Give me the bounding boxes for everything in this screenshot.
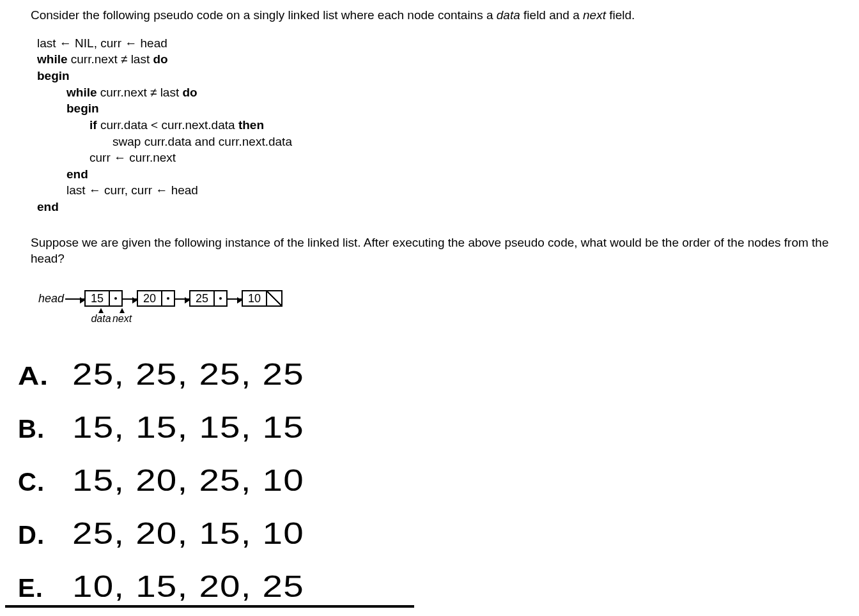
node-data: 20	[138, 291, 162, 305]
list-node: 15	[84, 290, 123, 307]
answer-options: A. 25, 25, 25, 25 B. 15, 15, 15, 15 C. 1…	[18, 357, 849, 608]
pseudo-code-block: last ← NIL, curr ← head while curr.next …	[37, 35, 849, 215]
head-label: head	[38, 292, 64, 305]
question-page: Consider the following pseudo code on a …	[0, 0, 849, 608]
bottom-rule	[5, 605, 414, 608]
keyword-if: if	[89, 118, 97, 132]
intro-next-word: next	[583, 8, 606, 22]
answer-label: A.	[18, 362, 81, 390]
list-node: 20	[137, 290, 175, 307]
intro-text-2: field and a	[520, 8, 583, 22]
answer-text: 15, 20, 25, 10	[72, 463, 304, 498]
pointer-dot-icon	[167, 297, 169, 300]
pointer-dot-icon	[114, 297, 117, 300]
pseudo-line: while curr.next ≠ last do	[37, 84, 849, 101]
keyword-begin: begin	[66, 102, 99, 115]
next-field-label: next	[115, 308, 129, 325]
keyword-end: end	[37, 200, 59, 213]
data-field-label: data	[89, 308, 112, 325]
keyword-end: end	[66, 167, 88, 181]
question-text: Suppose we are given the following insta…	[31, 235, 849, 267]
label-text: data	[91, 313, 111, 325]
intro-data-word: data	[497, 8, 520, 22]
answer-option-e[interactable]: E. 10, 15, 20, 25	[18, 569, 849, 604]
answer-option-b[interactable]: B. 15, 15, 15, 15	[18, 410, 849, 445]
answer-label: C.	[18, 468, 72, 497]
answer-option-d[interactable]: D. 25, 20, 15, 10	[18, 516, 849, 551]
intro-text-3: field.	[606, 8, 635, 22]
node-next	[215, 291, 226, 305]
keyword-then: then	[238, 118, 264, 132]
pseudo-line: if curr.data < curr.next.data then	[37, 117, 849, 134]
linked-list-row: head 15 20 25 10	[38, 290, 849, 307]
answer-text: 25, 20, 15, 10	[72, 516, 304, 551]
code-text: curr.data < curr.next.data	[97, 118, 238, 132]
intro-text-1: Consider the following pseudo code on a …	[31, 8, 497, 22]
node-field-labels: data next	[89, 308, 849, 325]
pseudo-line: begin	[37, 68, 849, 84]
code-text: curr.next ≠ last	[97, 86, 183, 99]
list-node: 25	[189, 290, 228, 307]
pseudo-line: last ← NIL, curr ← head	[37, 35, 849, 52]
node-next	[110, 291, 121, 305]
keyword-begin: begin	[37, 69, 70, 82]
keyword-while: while	[37, 52, 68, 66]
node-next	[162, 291, 174, 305]
up-arrow-icon	[98, 308, 104, 313]
up-arrow-icon	[120, 308, 125, 313]
arrow-icon	[123, 298, 137, 300]
keyword-do: do	[153, 52, 168, 66]
pseudo-line: last ← curr, curr ← head	[37, 182, 849, 199]
node-data: 10	[243, 291, 267, 305]
pseudo-line: end	[37, 199, 849, 215]
pseudo-line: end	[37, 166, 849, 183]
keyword-do: do	[183, 86, 197, 99]
code-text: curr.next ≠ last	[68, 52, 153, 66]
answer-option-a[interactable]: A. 25, 25, 25, 25	[18, 357, 849, 392]
answer-label: E.	[18, 574, 72, 603]
arrow-icon	[65, 298, 84, 300]
answer-text: 10, 15, 20, 25	[72, 569, 304, 604]
pointer-dot-icon	[219, 297, 222, 300]
answer-option-c[interactable]: C. 15, 20, 25, 10	[18, 463, 849, 498]
question-intro: Consider the following pseudo code on a …	[31, 8, 849, 24]
arrow-icon	[175, 298, 189, 300]
pseudo-line: swap curr.data and curr.next.data	[37, 134, 849, 150]
linked-list-diagram: head 15 20 25 10	[38, 290, 849, 325]
answer-text: 15, 15, 15, 15	[72, 410, 304, 445]
pseudo-line: while curr.next ≠ last do	[37, 51, 849, 68]
node-data: 15	[86, 291, 110, 305]
answer-label: B.	[18, 415, 72, 443]
answer-text: 25, 25, 25, 25	[72, 357, 304, 392]
node-next-nil	[267, 291, 281, 305]
node-data: 25	[190, 291, 215, 305]
pseudo-line: curr ← curr.next	[37, 150, 849, 166]
keyword-while: while	[66, 86, 97, 99]
arrow-icon	[228, 298, 242, 300]
answer-label: D.	[18, 521, 72, 550]
pseudo-line: begin	[37, 100, 849, 117]
label-text: next	[112, 313, 132, 325]
list-node: 10	[242, 290, 282, 307]
